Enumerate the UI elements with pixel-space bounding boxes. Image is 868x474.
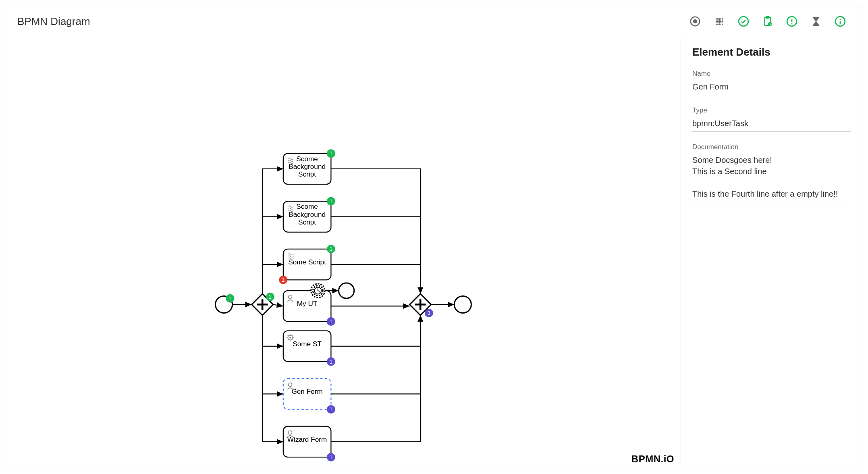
task-t7[interactable]: Wizard Form [283,426,331,457]
svg-point-17 [716,23,717,24]
task-label: Background [289,162,326,170]
grid-icon[interactable] [712,14,727,29]
content-area: 113ScomeBackgroundScript1ScomeBackground… [6,36,862,468]
task-label: Wizard Form [287,435,327,443]
svg-point-21 [722,23,723,24]
toolbar [688,14,851,29]
svg-point-33 [791,23,793,24]
svg-point-14 [718,21,721,23]
svg-point-9 [718,19,720,21]
svg-point-6 [722,18,723,19]
svg-text:1: 1 [330,198,332,204]
task-label: Script [298,170,316,178]
type-label: Type [692,106,851,114]
name-value[interactable]: Gen Form [692,81,851,95]
svg-point-5 [721,18,722,19]
task-label: Gen Form [291,387,322,395]
field-type: Type bpmn:UserTask [692,106,851,132]
svg-point-10 [720,19,721,21]
svg-point-13 [717,21,718,22]
field-documentation: Documentation Some Docsgoes here! This i… [692,143,851,202]
task-t6[interactable]: Gen Form [283,378,331,410]
svg-text:1: 1 [330,359,332,365]
info-circle-icon[interactable] [833,14,847,29]
svg-point-24 [718,24,720,25]
svg-point-20 [720,22,721,23]
hourglass-icon[interactable] [809,14,823,29]
svg-text:3: 3 [428,310,430,316]
svg-point-18 [717,22,718,23]
svg-point-25 [721,24,722,25]
svg-point-60 [289,337,291,339]
svg-point-19 [718,22,720,24]
svg-text:1: 1 [330,406,332,412]
intermediate-event[interactable] [339,283,354,298]
svg-point-1 [694,20,697,23]
doc-label: Documentation [692,143,851,151]
svg-point-4 [718,18,720,19]
svg-point-15 [720,21,722,22]
alert-circle-icon[interactable] [785,14,799,29]
name-label: Name [692,70,851,78]
field-name: Name Gen Form [692,70,851,95]
bpmn-canvas[interactable]: 113ScomeBackgroundScript1ScomeBackground… [6,36,681,468]
svg-point-22 [716,24,717,25]
page-title: BPMN Diagram [17,15,90,28]
end-event[interactable] [454,296,471,313]
svg-rect-29 [766,17,769,18]
task-t2[interactable]: ScomeBackgroundScript [283,201,331,232]
task-t4[interactable]: My UT [283,291,331,322]
svg-point-23 [717,24,718,25]
svg-text:1: 1 [330,454,332,460]
type-value: bpmn:UserTask [692,118,851,132]
task-label: Background [289,210,326,218]
task-label: Scome [296,202,318,210]
svg-point-11 [722,19,723,21]
svg-point-7 [716,19,717,21]
svg-point-26 [722,24,723,25]
svg-point-12 [716,21,717,22]
clipboard-clock-icon[interactable] [760,14,775,29]
details-heading: Element Details [692,46,851,58]
svg-text:1: 1 [228,295,231,301]
card-header: BPMN Diagram [6,6,862,36]
task-t5[interactable]: Some ST [283,331,331,362]
bpmn-io-logo: BPMN.iO [631,453,674,465]
diagram-card: BPMN Diagram [6,6,862,468]
svg-text:1: 1 [330,150,332,156]
svg-point-2 [716,18,717,19]
task-label: Script [298,218,316,226]
svg-text:1: 1 [269,294,272,300]
svg-point-8 [717,19,718,21]
task-t3[interactable]: Some Script [283,249,331,280]
svg-point-16 [722,21,723,22]
svg-point-35 [840,19,841,20]
svg-point-3 [717,18,718,19]
task-label: My UT [297,299,318,308]
task-label: Some Script [288,258,326,266]
svg-text:1: 1 [330,246,332,252]
svg-text:1: 1 [282,277,284,283]
target-icon[interactable] [688,14,702,29]
task-t1[interactable]: ScomeBackgroundScript [283,154,331,185]
task-label: Some ST [293,340,322,348]
task-label: Scome [296,155,318,163]
element-details-panel: Element Details Name Gen Form Type bpmn:… [681,36,862,468]
doc-value[interactable]: Some Docsgoes here! This is a Second lin… [692,154,851,202]
svg-text:1: 1 [330,318,332,324]
check-circle-icon[interactable] [736,14,751,29]
